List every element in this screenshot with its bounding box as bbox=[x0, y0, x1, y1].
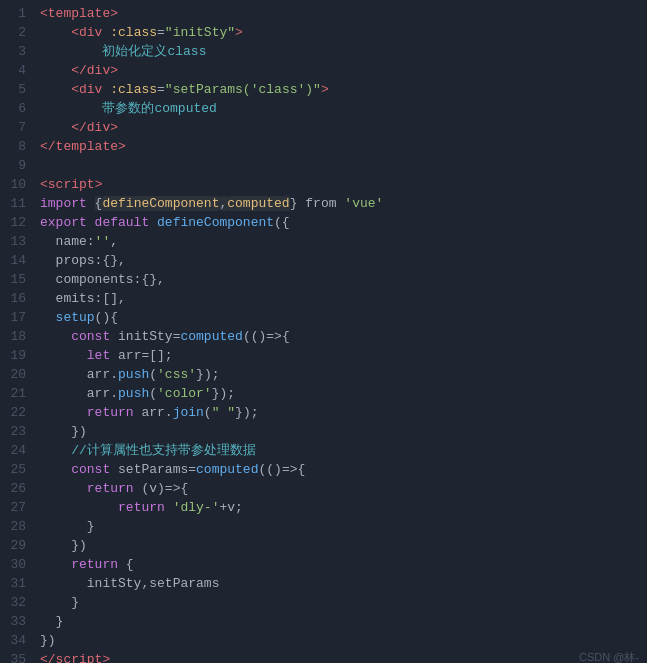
code-line: 33 } bbox=[0, 612, 647, 631]
token: } bbox=[40, 519, 95, 534]
token: (()=> bbox=[243, 329, 282, 344]
token: arr bbox=[87, 367, 110, 382]
code-line: 24 //计算属性也支持带参处理数据 bbox=[0, 441, 647, 460]
token: 'dly-' bbox=[173, 500, 220, 515]
line-number: 4 bbox=[0, 61, 36, 80]
line-number: 12 bbox=[0, 213, 36, 232]
code-line: 29 }) bbox=[0, 536, 647, 555]
token: default bbox=[95, 215, 157, 230]
token: props: bbox=[40, 253, 102, 268]
token: > bbox=[118, 139, 126, 154]
line-number: 5 bbox=[0, 80, 36, 99]
token bbox=[40, 462, 71, 477]
line-number: 16 bbox=[0, 289, 36, 308]
token: setParams bbox=[118, 462, 188, 477]
line-content: </script> bbox=[36, 650, 647, 663]
token: > bbox=[110, 6, 118, 21]
code-line: 31 initSty,setParams bbox=[0, 574, 647, 593]
token: "setParams('class')" bbox=[165, 82, 321, 97]
line-number: 1 bbox=[0, 4, 36, 23]
token: < bbox=[40, 82, 79, 97]
token: , bbox=[118, 253, 126, 268]
token: setParams bbox=[149, 576, 219, 591]
token: arr bbox=[87, 386, 110, 401]
token: { bbox=[282, 329, 290, 344]
code-line: 18 const initSty=computed(()=>{ bbox=[0, 327, 647, 346]
token: }); bbox=[196, 367, 219, 382]
line-number: 28 bbox=[0, 517, 36, 536]
token: {} bbox=[102, 253, 118, 268]
line-number: 8 bbox=[0, 137, 36, 156]
token: > bbox=[110, 120, 118, 135]
line-number: 31 bbox=[0, 574, 36, 593]
line-number: 15 bbox=[0, 270, 36, 289]
code-line: 13 name:'', bbox=[0, 232, 647, 251]
token: return bbox=[71, 557, 126, 572]
token bbox=[40, 348, 87, 363]
line-content: let arr=[]; bbox=[36, 346, 647, 365]
code-line: 25 const setParams=computed(()=>{ bbox=[0, 460, 647, 479]
token: return bbox=[87, 481, 142, 496]
line-content: const initSty=computed(()=>{ bbox=[36, 327, 647, 346]
line-content: export default defineComponent({ bbox=[36, 213, 647, 232]
token: , bbox=[157, 272, 165, 287]
code-line: 12export default defineComponent({ bbox=[0, 213, 647, 232]
token: }); bbox=[212, 386, 235, 401]
line-number: 2 bbox=[0, 23, 36, 42]
line-number: 18 bbox=[0, 327, 36, 346]
line-content: }) bbox=[36, 422, 647, 441]
line-content: const setParams=computed(()=>{ bbox=[36, 460, 647, 479]
token: defineComponent bbox=[157, 215, 274, 230]
token: { bbox=[126, 557, 134, 572]
line-content: } bbox=[36, 612, 647, 631]
code-line: 35</script> bbox=[0, 650, 647, 663]
token: template bbox=[48, 6, 110, 21]
token: () bbox=[95, 310, 111, 325]
token: { bbox=[110, 310, 118, 325]
code-line: 4 </div> bbox=[0, 61, 647, 80]
token: } bbox=[290, 196, 306, 211]
code-line: 14 props:{}, bbox=[0, 251, 647, 270]
token: }) bbox=[40, 633, 56, 648]
token: {} bbox=[141, 272, 157, 287]
token: defineComponent bbox=[102, 196, 219, 211]
code-line: 26 return (v)=>{ bbox=[0, 479, 647, 498]
line-number: 23 bbox=[0, 422, 36, 441]
code-line: 15 components:{}, bbox=[0, 270, 647, 289]
token: 初始化定义class bbox=[102, 44, 206, 59]
line-number: 35 bbox=[0, 650, 36, 663]
line-content: }) bbox=[36, 631, 647, 650]
line-number: 25 bbox=[0, 460, 36, 479]
line-number: 29 bbox=[0, 536, 36, 555]
line-content: arr.push('css'}); bbox=[36, 365, 647, 384]
token: > bbox=[235, 25, 243, 40]
token bbox=[40, 386, 87, 401]
token: }); bbox=[235, 405, 258, 420]
token: </ bbox=[40, 63, 87, 78]
line-content: <script> bbox=[36, 175, 647, 194]
line-content: return { bbox=[36, 555, 647, 574]
token: ; bbox=[165, 348, 173, 363]
token: [] bbox=[149, 348, 165, 363]
token: < bbox=[40, 6, 48, 21]
token bbox=[40, 576, 87, 591]
line-content: </template> bbox=[36, 137, 647, 156]
token: > bbox=[321, 82, 329, 97]
line-number: 3 bbox=[0, 42, 36, 61]
watermark: CSDN @林- bbox=[579, 650, 639, 663]
token: = bbox=[157, 25, 165, 40]
token: = bbox=[188, 462, 196, 477]
code-line: 5 <div :class="setParams('class')"> bbox=[0, 80, 647, 99]
line-content: return arr.join(" "}); bbox=[36, 403, 647, 422]
code-line: 2 <div :class="initSty"> bbox=[0, 23, 647, 42]
token: arr bbox=[141, 405, 164, 420]
line-content: props:{}, bbox=[36, 251, 647, 270]
line-number: 17 bbox=[0, 308, 36, 327]
token bbox=[40, 557, 71, 572]
code-line: 20 arr.push('css'}); bbox=[0, 365, 647, 384]
token: const bbox=[71, 329, 118, 344]
line-number: 7 bbox=[0, 118, 36, 137]
editor-wrapper: 1<template>2 <div :class="initSty">3 初始化… bbox=[0, 0, 647, 663]
token: > bbox=[102, 652, 110, 663]
code-line: 22 return arr.join(" "}); bbox=[0, 403, 647, 422]
